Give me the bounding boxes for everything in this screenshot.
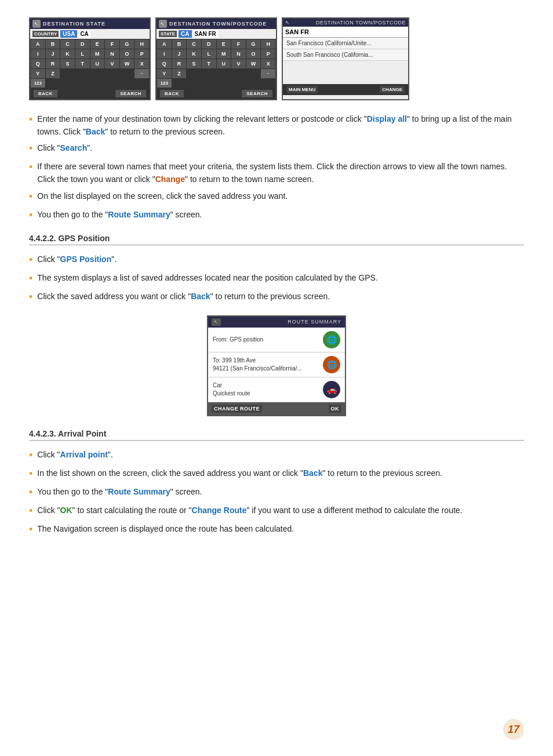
rs-change-route-button[interactable]: CHANGE ROUTE [212,405,262,413]
key2-U[interactable]: U [217,59,231,68]
key-X[interactable]: X [134,59,149,68]
screen1-titlebar: ↖ DESTINATION STATE [30,19,150,29]
screen2-back-button[interactable]: BACK [160,90,184,97]
key2-A[interactable]: A [157,39,172,49]
screen1-keyboard: A B C D E F G H I J K L M N O P Q R S T … [30,39,150,88]
screen1-country-label: COUNTRY [32,31,59,37]
key2-B[interactable]: B [172,39,187,49]
key-L[interactable]: L [75,49,90,59]
key-backspace[interactable]: ← [134,69,149,78]
key2-S[interactable]: S [187,59,201,68]
screen3-main-menu-button[interactable]: MAIN MENU [286,86,318,93]
screen1-input-row: COUNTRY USA CA [30,29,150,39]
rs-vehicle-icon: 🚗 [323,381,340,398]
key2-T[interactable]: T [202,59,216,68]
key2-E[interactable]: E [217,39,231,49]
key-S[interactable]: S [60,59,75,68]
rs-vehicle-text: Car Quickest route [213,381,250,398]
screen1-back-button[interactable]: BACK [34,90,57,97]
key2-123[interactable]: 123 [157,79,172,88]
key2-backspace[interactable]: ← [261,69,275,78]
key2-L[interactable]: L [202,49,216,59]
screen3-search-field[interactable]: SAN FR [283,27,408,38]
key-P[interactable]: P [134,49,149,59]
screen2-state-val: CA [179,30,191,38]
key2-F[interactable]: F [231,39,246,49]
key2-I[interactable]: I [157,49,172,59]
screen2-search-button[interactable]: SEARCH [242,90,272,97]
key-B[interactable]: B [46,39,60,49]
key-V[interactable]: V [105,59,119,68]
screen3-list-item1[interactable]: San Francisco (California/Unite... [283,38,408,49]
key2-W[interactable]: W [246,59,261,68]
key-123[interactable]: 123 [31,79,45,88]
screen3-change-button[interactable]: CHANGE [380,86,405,93]
screen1-search-button[interactable]: SEARCH [115,90,146,97]
bullet-text-5: You then go to the "Route Summary" scree… [37,209,202,221]
bullet-item-a4: • Click "OK" to start calculating the ro… [29,504,524,519]
rs-ok-button[interactable]: OK [329,405,342,413]
key2-J[interactable]: J [172,49,187,59]
screen2-search-text: SAN FR [193,30,218,38]
rs-title: ROUTE SUMMARY [288,319,341,325]
key2-Z[interactable]: Z [172,69,187,78]
screen3-list-item2[interactable]: South San Francisco (California... [283,49,408,61]
key2-D[interactable]: D [202,39,216,49]
highlight-ok: OK [60,506,72,515]
bullet-dot-g1: • [29,252,32,268]
bullet-item-g3: • Click the saved address you want or cl… [29,290,524,305]
bullet-section-1: • Enter the name of your destination tow… [29,113,524,223]
highlight-search: Search [60,143,88,152]
rs-from-row: From: GPS position 🌐 [208,328,345,352]
bullet-dot-g3: • [29,289,32,305]
key-D[interactable]: D [75,39,90,49]
bullet-text-g3: Click the saved address you want or clic… [37,290,330,303]
key2-C[interactable]: C [187,39,201,49]
key2-P[interactable]: P [261,49,275,59]
key-F[interactable]: F [105,39,119,49]
rs-to-label: To: 399 19th Ave [213,357,302,365]
bullet-text-2: Click "Search". [37,142,92,155]
highlight-display-all: Display all [367,114,407,123]
key2-V[interactable]: V [231,59,246,68]
bullet-section-3: • Click "Arrival point". • In the list s… [29,449,524,537]
key2-Y[interactable]: Y [157,69,172,78]
key-Z[interactable]: Z [46,69,60,78]
key-T[interactable]: T [75,59,90,68]
key-U[interactable]: U [90,59,105,68]
key2-X[interactable]: X [261,59,275,68]
key2-N[interactable]: N [231,49,246,59]
key-W[interactable]: W [120,59,134,68]
key-M[interactable]: M [90,49,105,59]
key-N[interactable]: N [105,49,119,59]
key-O[interactable]: O [120,49,134,59]
key2-empty5 [246,69,261,78]
key-J[interactable]: J [46,49,60,59]
key2-M[interactable]: M [217,49,231,59]
key-I[interactable]: I [31,49,45,59]
key2-G[interactable]: G [246,39,261,49]
bullet-item-g2: • The system displays a list of saved ad… [29,272,524,286]
key-empty1 [60,69,75,78]
key2-R[interactable]: R [172,59,187,68]
screenshots-row: ↖ DESTINATION STATE COUNTRY USA CA A B C… [29,17,524,100]
key2-O[interactable]: O [246,49,261,59]
key2-H[interactable]: H [261,39,275,49]
key-Y[interactable]: Y [31,69,45,78]
key-K[interactable]: K [60,49,75,59]
key-E[interactable]: E [90,39,105,49]
screen1-state-val2: CA [78,30,90,38]
key-Q[interactable]: Q [31,59,45,68]
key-H[interactable]: H [134,39,149,49]
key-A[interactable]: A [31,39,45,49]
key-R[interactable]: R [46,59,60,68]
key2-Q[interactable]: Q [157,59,172,68]
key2-K[interactable]: K [187,49,201,59]
bullet-dot-1: • [29,112,32,128]
rs-vehicle-label: Car [213,381,250,390]
bullet-text-a3: You then go to the "Route Summary" scree… [37,486,202,499]
key-C[interactable]: C [60,39,75,49]
key-G[interactable]: G [120,39,134,49]
screen3-nav-icon: ↖ [285,20,290,26]
bullet-dot-a5: • [29,522,32,537]
